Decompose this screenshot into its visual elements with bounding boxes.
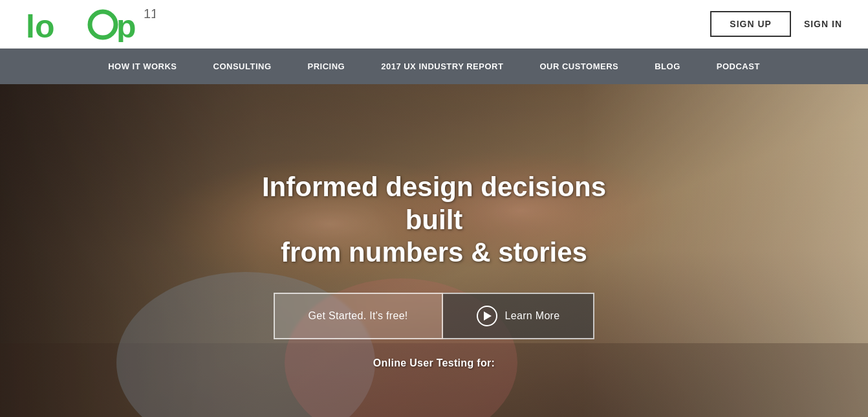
play-triangle	[484, 311, 492, 321]
play-icon	[477, 306, 497, 326]
signin-button[interactable]: SIGN IN	[804, 19, 842, 29]
nav-item-blog[interactable]: BLOG	[636, 49, 699, 84]
hero-content: Informed design decisions built from num…	[240, 171, 628, 368]
svg-point-1	[90, 12, 116, 38]
header-actions: SIGN UP SIGN IN	[710, 11, 842, 37]
get-started-button[interactable]: Get Started. It's free!	[274, 293, 443, 339]
nav-item-pricing[interactable]: PRICING	[290, 49, 363, 84]
nav-item-our-customers[interactable]: OUR CUSTOMERS	[521, 49, 636, 84]
nav-item-podcast[interactable]: PODCAST	[699, 49, 778, 84]
logo-svg: lo p 11	[26, 6, 155, 42]
hero-subtitle: Online User Testing for:	[373, 357, 495, 369]
site-header: lo p 11 SIGN UP SIGN IN	[0, 0, 868, 49]
signup-button[interactable]: SIGN UP	[710, 11, 791, 37]
hero-cta-buttons: Get Started. It's free! Learn More	[274, 293, 595, 339]
hero-section: Informed design decisions built from num…	[0, 84, 868, 417]
learn-more-button[interactable]: Learn More	[443, 293, 595, 339]
nav-item-ux-report[interactable]: 2017 UX INDUSTRY REPORT	[363, 49, 521, 84]
svg-text:11: 11	[144, 6, 155, 21]
main-nav: HOW IT WORKS CONSULTING PRICING 2017 UX …	[0, 49, 868, 84]
hero-title: Informed design decisions built from num…	[240, 171, 628, 269]
learn-more-label: Learn More	[505, 310, 560, 322]
svg-text:lo: lo	[26, 8, 54, 42]
logo[interactable]: lo p 11	[26, 6, 155, 42]
nav-item-consulting[interactable]: CONSULTING	[195, 49, 290, 84]
nav-item-how-it-works[interactable]: HOW IT WORKS	[90, 49, 195, 84]
svg-text:p: p	[116, 8, 136, 42]
